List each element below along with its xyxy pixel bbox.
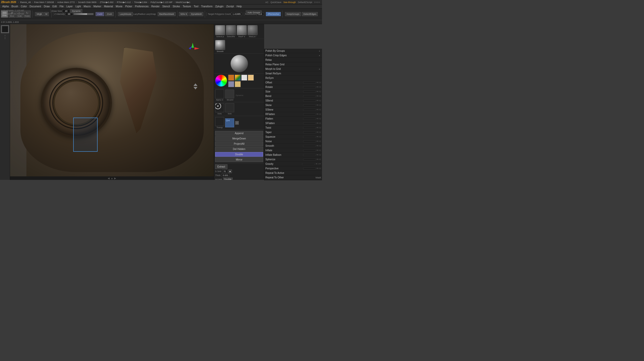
keep-groups-button[interactable]: KeepGroups bbox=[285, 12, 301, 16]
color-swatch-white[interactable] bbox=[241, 75, 247, 81]
sbend-slider[interactable] bbox=[303, 100, 316, 101]
relax-plane-grid-row[interactable]: Relax Plane Grid bbox=[264, 62, 322, 67]
flatten-row[interactable]: Flatten ▼≡2 bbox=[264, 117, 322, 121]
color-swatch-gradient[interactable] bbox=[235, 75, 241, 81]
del-hidden-button[interactable]: Del Hidden bbox=[215, 147, 263, 151]
auto-groups-button[interactable]: Auto Groups bbox=[246, 11, 262, 15]
indicator-left-icon[interactable]: ◀ bbox=[108, 177, 110, 180]
resym-row[interactable]: ReSym bbox=[264, 76, 322, 80]
sflatten-slider[interactable] bbox=[303, 123, 316, 124]
menu-file[interactable]: File bbox=[58, 5, 65, 8]
zremesher-button[interactable]: ZRemesher bbox=[266, 12, 281, 16]
solo-selector[interactable]: Solo bbox=[225, 103, 234, 115]
dots-selector[interactable]: Dots bbox=[215, 103, 224, 115]
zadd-button[interactable]: Zadd bbox=[96, 12, 104, 16]
alpha-selector[interactable]: Alpha O bbox=[215, 89, 224, 101]
gravity-row[interactable]: Gravity ▼≡ ▼ bbox=[264, 162, 322, 166]
append-button[interactable]: Append bbox=[215, 131, 263, 136]
zsub-button[interactable]: Zsub bbox=[105, 12, 114, 16]
menu-texture[interactable]: Texture bbox=[181, 5, 192, 8]
color-swatch-blue-gray[interactable] bbox=[228, 81, 234, 87]
morph-to-grid-row[interactable]: Morph to Grid ▲ bbox=[264, 67, 322, 71]
gravity-slider[interactable] bbox=[302, 163, 315, 165]
menu-macro[interactable]: Macro bbox=[83, 5, 92, 8]
perspective-row[interactable]: Perspective ▼≡2 bbox=[264, 166, 322, 171]
mrgb-button[interactable]: Mrgb bbox=[35, 12, 44, 16]
rotate-mode-button[interactable]: ↻ Rotate bbox=[24, 11, 31, 18]
inflate-balloon-slider[interactable] bbox=[303, 154, 316, 156]
draw-size-value[interactable]: 49 bbox=[62, 9, 70, 13]
target-poly-value[interactable]: 1.41985 bbox=[231, 12, 242, 16]
z-intensity-slider[interactable] bbox=[73, 13, 94, 15]
rotate-row[interactable]: Rotate ▼≡2 bbox=[264, 85, 322, 89]
double-button[interactable]: Double bbox=[215, 152, 263, 157]
noise-slider[interactable] bbox=[303, 141, 316, 142]
project-all-button[interactable]: ProjectAll bbox=[215, 141, 263, 146]
ac-button[interactable]: AC bbox=[264, 1, 269, 4]
viewport[interactable]: ◀ ▲ ▶ bbox=[10, 24, 214, 180]
skew-row[interactable]: Skew ▼≡2 bbox=[264, 103, 322, 108]
menu-layer[interactable]: Layer bbox=[65, 5, 74, 8]
menu-document[interactable]: Document bbox=[28, 5, 43, 8]
repeat-to-folder-row[interactable]: Repeat To Folder bbox=[264, 180, 322, 180]
color-swatch-orange[interactable] bbox=[228, 75, 234, 81]
perspective-slider[interactable] bbox=[303, 168, 316, 169]
menu-tool[interactable]: Tool bbox=[192, 5, 199, 8]
smooth-tool[interactable]: Smooth bbox=[215, 40, 225, 53]
repeat-to-active-row[interactable]: Repeat To Active bbox=[264, 171, 322, 175]
smooth-param-slider[interactable] bbox=[303, 145, 316, 147]
menu-movie[interactable]: Movie bbox=[114, 5, 124, 8]
smooth-param-row[interactable]: Smooth ▼≡2 bbox=[264, 144, 322, 148]
twist-slider[interactable] bbox=[303, 127, 316, 129]
menu-preferences[interactable]: Preferences bbox=[134, 5, 150, 8]
taper-slider[interactable] bbox=[303, 132, 316, 133]
flatten-slider[interactable] bbox=[303, 118, 316, 120]
nav-gizmo[interactable] bbox=[187, 43, 199, 55]
s-smt-dot[interactable]: ● bbox=[228, 170, 232, 173]
bend-row[interactable]: Bend ▼≡2 bbox=[264, 94, 322, 98]
sskew-row[interactable]: SSkew ▼≡2 bbox=[264, 108, 322, 112]
masp-tool[interactable]: MasP e bbox=[237, 25, 247, 38]
menu-render[interactable]: Render bbox=[150, 5, 161, 8]
menu-help[interactable]: Help bbox=[235, 5, 243, 8]
menu-color[interactable]: Color bbox=[20, 5, 28, 8]
mirror-button[interactable]: Mirror bbox=[215, 157, 263, 162]
menu-edit[interactable]: Edit bbox=[51, 5, 58, 8]
menu-marker[interactable]: Marker bbox=[92, 5, 102, 8]
quicksave-button[interactable]: QuickSave bbox=[270, 1, 282, 4]
dynamic-button[interactable]: Dynamic bbox=[70, 9, 82, 13]
spherize-slider[interactable] bbox=[303, 159, 316, 160]
taper-row[interactable]: Taper ▼≡2 bbox=[264, 130, 322, 135]
nav-down-icon[interactable] bbox=[193, 87, 197, 89]
menu-material[interactable]: Material bbox=[103, 5, 114, 8]
polish-crisp-edges-row[interactable]: Polish Crisp Edges ▲ bbox=[264, 53, 322, 58]
color-swatch-tan[interactable] bbox=[248, 75, 254, 81]
lazymouse-button[interactable]: LazyMouse bbox=[118, 12, 133, 16]
select-re-tool[interactable]: SelectRe bbox=[226, 25, 236, 38]
merge-down-button[interactable]: MergeDown bbox=[215, 136, 263, 141]
polish-by-groups-row[interactable]: Polish By Groups ▲ bbox=[264, 49, 322, 53]
brush-selector[interactable]: ~Brush# bbox=[225, 89, 234, 101]
menu-alpha[interactable]: Alpha bbox=[1, 5, 10, 8]
select-la-tool[interactable]: SelectLa bbox=[215, 25, 225, 38]
squeeze-slider[interactable] bbox=[303, 136, 316, 138]
inflate-slider[interactable] bbox=[303, 150, 316, 151]
accept-double-button[interactable]: Double bbox=[223, 178, 233, 180]
menu-zplugin[interactable]: Zplugin bbox=[214, 5, 225, 8]
qvz-button[interactable]: Qvz bbox=[225, 118, 234, 127]
rflatten-row[interactable]: RFlatten ▼≡2 bbox=[264, 112, 322, 117]
color-swatch-gold[interactable] bbox=[235, 81, 241, 87]
thick-value[interactable]: 0.001 bbox=[222, 174, 230, 177]
offset-row[interactable]: Offset ▼ ≡ 2 bbox=[264, 80, 322, 85]
menu-brush[interactable]: Brush bbox=[10, 5, 19, 8]
dynamesh-button[interactable]: DynaMesh bbox=[189, 12, 203, 16]
smart-resym-row[interactable]: Smart ReSym bbox=[264, 71, 322, 76]
extract-button[interactable]: Extract bbox=[215, 164, 227, 169]
detect-edges-button[interactable]: DetectEdges bbox=[302, 12, 318, 16]
sbend-row[interactable]: SBend ▼≡2 bbox=[264, 98, 322, 103]
spherize-row[interactable]: Spherize ▼≡2 bbox=[264, 157, 322, 162]
tool-move-icon[interactable]: ⋮ bbox=[3, 34, 7, 40]
squeeze-row[interactable]: Squeeze ▼≡2 bbox=[264, 135, 322, 139]
relax-row[interactable]: Relax bbox=[264, 58, 322, 62]
menu-stroke[interactable]: Stroke bbox=[171, 5, 181, 8]
